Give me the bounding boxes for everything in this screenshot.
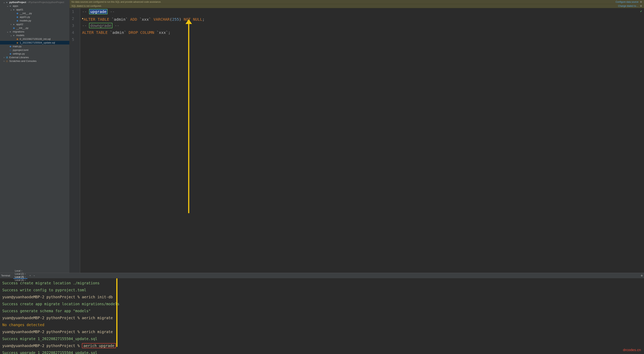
- folder-icon: ▸: [12, 34, 16, 37]
- py-icon: ◆: [16, 16, 19, 18]
- code-line[interactable]: -- upgrade --: [82, 8, 644, 15]
- editor-banner: No data sources are configured to run th…: [70, 0, 644, 4]
- chevron-icon[interactable]: ⌄: [3, 1, 6, 4]
- watermark: drcodes.cn: [623, 348, 641, 352]
- terminal-line: yuan@yuanhaodeMBP-2 pythonProject % aeri…: [2, 328, 642, 335]
- tree-item-models[interactable]: ⌄▸models: [0, 34, 69, 37]
- tree-item-pyproject-toml[interactable]: ◇pyproject.toml: [0, 48, 69, 52]
- tree-label: main.py: [13, 45, 22, 48]
- tree-label: 0_20220827155100_init.sql: [20, 38, 50, 40]
- tree-item-migrations[interactable]: ⌄▸migrations: [0, 30, 69, 34]
- gear-icon[interactable]: ⚙: [640, 1, 642, 3]
- tree-label: app01.py: [20, 16, 30, 18]
- project-tree-panel[interactable]: ⌄▸pythonProject ~/PycharmProjects/python…: [0, 0, 70, 273]
- banner-text: SQL dialect is not configured.: [72, 5, 102, 7]
- editor-area: No data sources are configured to run th…: [70, 0, 644, 273]
- terminal-output[interactable]: Success create migrate location ./migrat…: [0, 278, 644, 354]
- toml-icon: ◇: [9, 49, 12, 52]
- tree-item-apps[interactable]: ⌄▸apps: [0, 4, 69, 8]
- terminal-line: Success create app migrate location migr…: [2, 300, 642, 307]
- py-icon: ◆: [12, 27, 16, 29]
- tree-item-external-libraries[interactable]: ›⊞External Libraries: [0, 56, 69, 59]
- scratch-icon: ◇: [6, 60, 8, 63]
- terminal-line: Success upgrade 1_20220827155504_update.…: [2, 349, 642, 354]
- code-line[interactable]: ALTER TABLE `admin` DROP COLUMN `xxx`;: [82, 29, 644, 36]
- tree-item-0-20220827155100-init-sql[interactable]: ◈0_20220827155100_init.sql: [0, 37, 69, 41]
- tree-item-settings-py[interactable]: ◆settings.py: [0, 52, 69, 56]
- terminal-settings-icon[interactable]: ⚙: [641, 274, 643, 277]
- folder-icon: ▸: [6, 1, 8, 4]
- terminal-line: yuan@yuanhaodeMBP-2 pythonProject % aeri…: [2, 314, 642, 321]
- terminal-header: Terminal: Local×Local (2)×Local (3)×Loca…: [0, 273, 644, 278]
- banner-text: No data sources are configured to run th…: [72, 1, 161, 3]
- terminal-line: Success migrate 1_20220827155504_update.…: [2, 335, 642, 342]
- code-editor[interactable]: ✔ 12345 -- upgrade --●ALTER TABLE `admin…: [70, 8, 644, 273]
- sql-icon: ◈: [16, 38, 19, 40]
- tree-label: models.py: [20, 19, 31, 22]
- tree-label: __init__.py: [16, 27, 28, 29]
- tree-label: app02: [16, 23, 23, 26]
- tree-label: 1_20220827155504_update.sql: [20, 41, 55, 44]
- chevron-icon[interactable]: ⌄: [6, 30, 9, 33]
- folder-icon: ▸: [12, 23, 16, 26]
- tree-label: pyproject.toml: [13, 49, 28, 52]
- folder-icon: ▸: [12, 8, 16, 11]
- chevron-icon[interactable]: ⌄: [10, 34, 12, 37]
- code-line[interactable]: [82, 36, 644, 43]
- terminal-line: yuan@yuanhaodeMBP-2 pythonProject % aeri…: [2, 293, 642, 300]
- tree-item-models-py[interactable]: ◆models.py: [0, 19, 69, 23]
- tree-item-scratches-and-consoles[interactable]: ›◇Scratches and Consoles: [0, 59, 69, 63]
- terminal-line: Success generate schema for app "models": [2, 307, 642, 314]
- chevron-icon[interactable]: ›: [3, 60, 6, 63]
- terminal-panel: Terminal: Local×Local (2)×Local (3)×Loca…: [0, 273, 644, 354]
- terminal-line: Success create migrate location ./migrat…: [2, 280, 642, 286]
- py-icon: ◆: [9, 45, 12, 48]
- tree-label: Scratches and Consoles: [9, 60, 36, 63]
- close-icon[interactable]: ×: [24, 273, 26, 275]
- terminal-line: Success write config to pyproject.toml: [2, 286, 642, 293]
- code-line[interactable]: -- downgrade --: [82, 22, 644, 29]
- tree-item-main-py[interactable]: ◆main.py: [0, 45, 69, 48]
- gutter: 12345: [70, 8, 80, 273]
- tree-item-app02[interactable]: ›▸app02: [0, 23, 69, 26]
- folder-icon: ▸: [9, 30, 12, 33]
- chevron-icon[interactable]: ›: [3, 56, 6, 59]
- terminal-line: No changes detected: [2, 321, 642, 328]
- terminal-tab[interactable]: Local (2)×: [13, 273, 28, 276]
- tree-item-app01-py[interactable]: ◆app01.py: [0, 15, 69, 19]
- py-icon: ◆: [16, 19, 19, 22]
- tree-item-1-20220827155504-update-sql[interactable]: ◈1_20220827155504_update.sql: [0, 41, 69, 45]
- tree-label: apps: [13, 5, 18, 7]
- sql-icon: ◈: [16, 41, 19, 44]
- code-line[interactable]: ●ALTER TABLE `admin` ADD `xxx` VARCHAR(2…: [82, 15, 644, 22]
- tree-item-app01[interactable]: ⌄▸app01: [0, 8, 69, 12]
- tree-label: pythonProject: [9, 1, 26, 4]
- banner-link[interactable]: Configure data source: [616, 1, 638, 3]
- close-icon[interactable]: ×: [24, 276, 26, 278]
- terminal-new-tab-icon[interactable]: ＋: [29, 274, 31, 277]
- tree-label: migrations: [13, 30, 24, 33]
- terminal-line: yuan@yuanhaodeMBP-2 pythonProject % aeri…: [2, 342, 642, 349]
- py-icon: ◆: [16, 12, 19, 15]
- tree-item-pythonproject[interactable]: ⌄▸pythonProject ~/PycharmProjects/python…: [0, 1, 69, 4]
- editor-banner: SQL dialect is not configured.Change dia…: [70, 4, 644, 8]
- tree-label: __init__.py: [20, 12, 32, 15]
- tree-item---init---py[interactable]: ◆__init__.py: [0, 12, 69, 15]
- terminal-dropdown-icon[interactable]: ⌄: [33, 274, 35, 277]
- py-icon: ◆: [9, 52, 12, 55]
- tree-label: settings.py: [13, 52, 25, 55]
- folder-icon: ▸: [9, 5, 12, 7]
- tree-item---init---py[interactable]: ◆__init__.py: [0, 26, 69, 30]
- tree-label: models: [16, 34, 24, 37]
- gear-icon[interactable]: ⚙: [640, 5, 642, 7]
- chevron-icon[interactable]: ›: [10, 23, 12, 26]
- lib-icon: ⊞: [6, 56, 8, 59]
- banner-link[interactable]: Change dialect to…: [618, 5, 638, 7]
- close-icon[interactable]: ×: [21, 270, 22, 272]
- chevron-icon[interactable]: ⌄: [10, 8, 12, 11]
- terminal-tab[interactable]: Local×: [13, 269, 28, 273]
- tree-label: External Libraries: [9, 56, 29, 59]
- terminal-title: Terminal:: [1, 274, 10, 277]
- tree-label: app01: [16, 8, 23, 11]
- chevron-icon[interactable]: ⌄: [6, 5, 9, 7]
